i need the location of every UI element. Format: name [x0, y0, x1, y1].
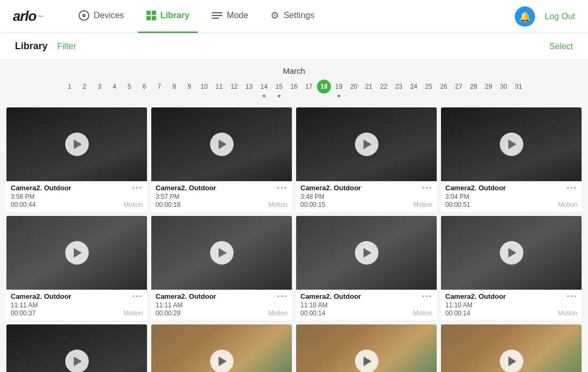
date-num-7[interactable]: 7	[152, 80, 166, 94]
video-card[interactable]: Camera2. Outdoor•••10:59 AM00:01:05Motio…	[6, 324, 147, 372]
filter-button[interactable]: Filter	[57, 42, 76, 51]
play-button[interactable]	[500, 241, 523, 265]
logo-bird-icon: ~	[38, 11, 44, 22]
play-triangle-icon	[219, 356, 227, 366]
date-num-18[interactable]: 18	[317, 80, 331, 94]
play-button[interactable]	[210, 350, 234, 372]
video-motion-label: Motion	[123, 309, 143, 317]
play-button[interactable]	[210, 133, 234, 156]
video-card[interactable]: Camera1. Home•••9:08 AM00:00:14Motion	[296, 324, 437, 372]
video-options-button[interactable]: •••	[567, 292, 577, 300]
date-num-14[interactable]: 14	[257, 80, 271, 94]
date-num-15[interactable]: 15	[272, 80, 286, 94]
video-options-button[interactable]: •••	[422, 292, 432, 300]
video-card[interactable]: Camera2. Outdoor•••11:11 AM00:00:37Motio…	[6, 216, 147, 320]
video-thumbnail	[441, 107, 582, 181]
video-options-button[interactable]: •••	[277, 184, 288, 192]
date-num-17[interactable]: 17	[302, 80, 316, 94]
play-button[interactable]	[500, 133, 523, 156]
video-card[interactable]: Camera2. Outdoor•••3:04 PM00:00:51Motion	[441, 107, 582, 212]
date-num-26[interactable]: 26	[437, 80, 451, 94]
video-card[interactable]: Camera2. Outdoor•••3:58 PM00:00:44Motion	[6, 107, 147, 212]
video-options-button[interactable]: •••	[277, 292, 288, 300]
video-options-button[interactable]: •••	[567, 184, 577, 192]
date-num-2[interactable]: 2	[78, 80, 91, 94]
date-num-13[interactable]: 13	[242, 80, 256, 94]
date-num-21[interactable]: 21	[362, 80, 376, 94]
video-card[interactable]: Camera2. Outdoor•••3:48 PM00:00:15Motion	[296, 107, 437, 212]
play-triangle-icon	[219, 140, 227, 149]
video-name: Camera2. Outdoor	[156, 184, 216, 192]
play-triangle-icon	[508, 356, 516, 366]
video-options-button[interactable]: •••	[132, 292, 143, 300]
play-button[interactable]	[355, 241, 378, 265]
play-triangle-icon	[363, 248, 372, 258]
video-options-button[interactable]: •••	[422, 184, 432, 192]
date-num-16[interactable]: 16	[287, 80, 301, 94]
date-num-29[interactable]: 29	[482, 80, 496, 94]
date-num-11[interactable]: 11	[212, 80, 226, 94]
date-num-23[interactable]: 23	[392, 80, 406, 94]
play-button[interactable]	[210, 241, 234, 265]
select-button[interactable]: Select	[550, 42, 573, 51]
play-button[interactable]	[65, 350, 89, 372]
date-num-10[interactable]: 10	[197, 80, 211, 94]
date-num-24[interactable]: 24	[407, 80, 421, 94]
video-card[interactable]: Camera2. Outdoor•••11:10 AM00:00:14Motio…	[441, 216, 582, 320]
play-triangle-icon	[74, 140, 82, 149]
month-label: March	[0, 66, 588, 75]
video-motion-label: Motion	[268, 309, 288, 317]
date-num-5[interactable]: 5	[122, 80, 136, 94]
video-time: 3:57 PM	[156, 193, 288, 200]
video-card[interactable]: Camera2. Outdoor•••3:57 PM00:00:18Motion	[151, 107, 292, 212]
nav-item-settings[interactable]: ⚙ Settings	[262, 0, 323, 33]
video-duration: 00:00:14	[445, 309, 470, 317]
video-name: Camera2. Outdoor	[300, 292, 361, 300]
nav-item-devices[interactable]: Devices	[70, 0, 133, 33]
video-thumbnail	[296, 216, 437, 290]
date-num-25[interactable]: 25	[422, 80, 436, 94]
video-card[interactable]: Camera1. Home•••8:52 AM00:00:12Motion	[441, 324, 582, 372]
date-strip: March 1234567891011121314151617181920212…	[0, 60, 588, 101]
date-num-20[interactable]: 20	[347, 80, 361, 94]
date-num-9[interactable]: 9	[182, 80, 196, 94]
play-button[interactable]	[65, 241, 89, 265]
logo-text: arlo	[13, 8, 36, 25]
date-num-12[interactable]: 12	[227, 80, 241, 94]
date-num-8[interactable]: 8	[167, 80, 181, 94]
notification-bell[interactable]: 🔔	[515, 6, 535, 27]
date-num-6[interactable]: 6	[137, 80, 151, 94]
video-card[interactable]: Camera2. Outdoor•••11:10 AM00:00:14Motio…	[296, 216, 437, 320]
video-motion-label: Motion	[558, 309, 577, 317]
video-duration: 00:00:18	[156, 201, 181, 208]
video-info: Camera2. Outdoor•••3:57 PM00:00:18Motion	[151, 181, 292, 212]
nav-settings-label: Settings	[283, 11, 314, 20]
date-num-27[interactable]: 27	[452, 80, 466, 94]
date-num-28[interactable]: 28	[467, 80, 481, 94]
logo[interactable]: arlo ~	[13, 8, 43, 25]
nav-item-library[interactable]: Library	[138, 0, 198, 33]
video-name: Camera2. Outdoor	[445, 292, 506, 300]
play-button[interactable]	[500, 350, 523, 372]
logout-button[interactable]: Log Out	[545, 12, 575, 21]
date-num-31[interactable]: 31	[512, 80, 525, 94]
video-name: Camera2. Outdoor	[156, 292, 216, 300]
date-num-19[interactable]: 19	[332, 80, 346, 94]
video-options-button[interactable]: •••	[132, 184, 143, 192]
play-button[interactable]	[65, 133, 89, 156]
video-thumbnail	[6, 216, 147, 290]
date-num-30[interactable]: 30	[497, 80, 510, 94]
settings-icon: ⚙	[270, 10, 279, 21]
play-button[interactable]	[355, 133, 378, 156]
date-num-22[interactable]: 22	[377, 80, 391, 94]
library-title: Library	[15, 41, 48, 52]
play-button[interactable]	[355, 350, 378, 372]
date-num-4[interactable]: 4	[107, 80, 121, 94]
date-num-3[interactable]: 3	[92, 80, 106, 94]
video-name: Camera2. Outdoor	[11, 184, 71, 192]
video-thumbnail	[296, 324, 437, 372]
date-num-1[interactable]: 1	[63, 80, 76, 94]
nav-item-mode[interactable]: Mode	[203, 0, 257, 33]
video-card[interactable]: Camera1. Home•••9:56 AM00:00:14Motion	[151, 324, 292, 372]
video-card[interactable]: Camera2. Outdoor•••11:11 AM00:00:29Motio…	[151, 216, 292, 320]
